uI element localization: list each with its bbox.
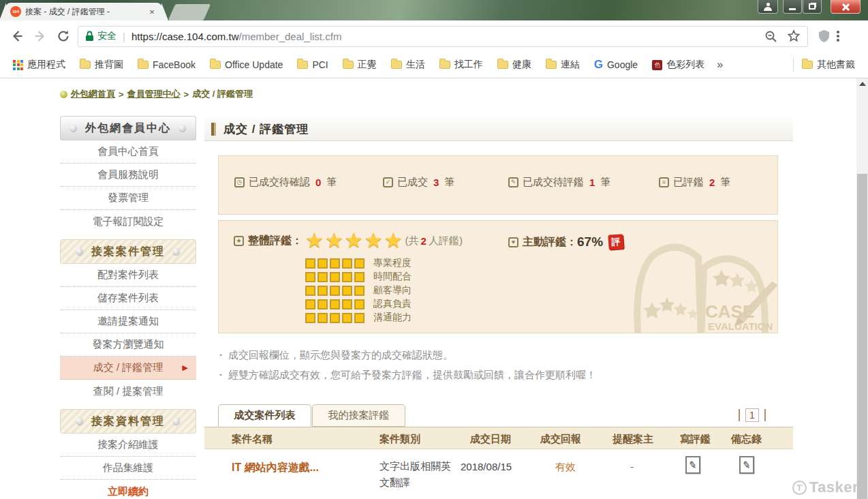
bookmark-label: 健康 [512, 59, 531, 71]
tasker-brand: Tasker [809, 479, 858, 496]
sidebar-item-label: 會員服務說明 [97, 168, 159, 181]
tab-my-evaluations[interactable]: 我的接案評鑑 [312, 404, 405, 427]
active-arrow-icon: ▶ [183, 363, 188, 372]
breadcrumb-home-link[interactable]: 外包網首頁 [71, 88, 115, 100]
sidebar-item-member-home[interactable]: 會員中心首頁 [60, 140, 196, 164]
rating-count-close: 人評鑑) [429, 235, 463, 247]
breadcrumb-member-center-link[interactable]: 會員管理中心 [127, 88, 181, 100]
overall-rating-row: ★ 整體評鑑： (共 2 人評鑑) [234, 230, 463, 251]
bookmark-folder[interactable]: 生活 [386, 57, 430, 73]
category-label: 時間配合 [373, 271, 412, 283]
sidebar-item-portfolio-maintain[interactable]: 作品集維護 [60, 457, 196, 480]
new-tab-shape[interactable] [168, 4, 211, 20]
bookmark-folder[interactable]: FaceBook [133, 57, 200, 72]
memo-button[interactable] [739, 456, 754, 474]
proactive-rating: ♥ 主動評鑑： 67% 評 [508, 235, 623, 250]
scrollbar-thumb[interactable] [857, 174, 867, 499]
bookmark-folder[interactable]: Office Update [205, 57, 288, 72]
tab-close-icon[interactable]: × [146, 6, 157, 17]
browser-tab[interactable]: 104 接案 - 成交 / 評鑑管理 - × [5, 3, 162, 20]
breadcrumb-bullet-icon [60, 91, 67, 98]
heart-box-icon: ♥ [508, 237, 518, 247]
bookmark-folder[interactable]: 連結 [541, 57, 585, 73]
rating-square-icon [305, 313, 315, 323]
apps-shortcut[interactable]: 應用程式 [8, 57, 70, 73]
sidebar-item-browse-notices[interactable]: 發案方瀏覽通知 [60, 333, 196, 357]
sidebar-item-newsletter[interactable]: 電子報訂閱設定 [60, 210, 196, 233]
sidebar-item-label: 立即續約 [108, 485, 149, 498]
rating-category-row: 專業程度 [305, 256, 412, 270]
sidebar-item-deal-evaluation[interactable]: 成交 / 評鑑管理 ▶ [60, 357, 196, 380]
page-title-bar: 成交 / 評鑑管理 [204, 117, 793, 141]
bookmark-folder[interactable]: 健康 [493, 57, 536, 73]
star-box-icon: ★ [234, 236, 244, 246]
star-icon [345, 230, 363, 251]
column-header-case-name: 案件名稱 [232, 433, 273, 446]
bookmarks-overflow-chevron[interactable]: » [714, 59, 726, 71]
bookmark-folder[interactable]: 正覺 [338, 57, 382, 73]
column-header-category: 案件類別 [379, 433, 420, 446]
sidebar-item-matched-cases[interactable]: 配對案件列表 [60, 264, 196, 287]
profile-button[interactable] [758, 0, 778, 14]
address-bar[interactable]: 安全 | https://case.104.com.tw/member_deal… [78, 26, 808, 47]
swirl-icon [173, 418, 180, 425]
case-evaluation-watermark: CASE EVALUATION [625, 237, 778, 333]
window-titlebar: 104 接案 - 成交 / 評鑑管理 - × [0, 0, 868, 20]
remind-owner-value: - [630, 461, 634, 472]
bookmark-color-list[interactable]: 色色彩列表 [647, 57, 709, 73]
other-bookmarks[interactable]: 其他書籤 [784, 56, 860, 74]
chrome-menu-icon[interactable] [837, 31, 839, 42]
column-header-memo: 備忘錄 [731, 433, 762, 446]
case-name-link[interactable]: IT 網站內容遊戲... [232, 461, 319, 475]
zoom-out-icon[interactable] [764, 30, 777, 43]
note-deal-report: 成交回報欄位，顯示您與發案方的成交確認狀態。 [219, 349, 453, 362]
evaluation-badge[interactable]: 評 [608, 234, 623, 250]
sidebar-header-label: 接案資料管理 [91, 414, 165, 429]
bookmark-folder[interactable]: PCI [292, 57, 332, 72]
bookmark-label: 生活 [406, 59, 425, 71]
tab-deal-list[interactable]: 成交案件列表 [218, 404, 311, 427]
page-scrollbar[interactable] [856, 78, 868, 499]
stat-evaluated: ≡ 已評鑑 2 筆 [659, 176, 730, 189]
svg-text:EVALUATION: EVALUATION [708, 320, 773, 332]
sidebar-item-member-service[interactable]: 會員服務說明 [60, 164, 196, 187]
table-header-row: 案件名稱 案件類別 成交日期 成交回報 提醒案主 寫評鑑 備忘錄 [204, 427, 793, 449]
back-button[interactable] [5, 25, 29, 48]
bookmark-star-icon[interactable] [787, 29, 801, 43]
write-evaluation-button[interactable] [685, 456, 700, 474]
forward-button[interactable] [29, 25, 52, 48]
shield-extension-icon[interactable] [813, 29, 834, 43]
list-tabs: 成交案件列表 我的接案評鑑 1 [218, 404, 778, 427]
sidebar-item-label: 儲存案件列表 [97, 292, 159, 305]
sidebar-item-saved-cases[interactable]: 儲存案件列表 [60, 287, 196, 310]
sidebar-item-proposal-management[interactable]: 查閱 / 提案管理 [60, 380, 196, 403]
page-number[interactable]: 1 [745, 408, 759, 422]
sidebar-item-invoice[interactable]: 發票管理 [60, 187, 196, 210]
sidebar-header-profile-management: 接案資料管理 [60, 409, 196, 434]
scrollbar-up-icon[interactable] [856, 78, 868, 89]
stat-value: 2 [709, 177, 715, 188]
case-category: 文字出版相關英文翻譯 [379, 458, 456, 491]
divider [793, 58, 794, 72]
bookmark-label: Office Update [225, 59, 283, 70]
pencil-icon: ✎ [508, 177, 518, 187]
stat-label: 已成交 [397, 176, 428, 189]
bookmark-folder[interactable]: 找工作 [435, 57, 488, 73]
bookmark-google[interactable]: GGoogle [589, 56, 642, 74]
bookmark-folder[interactable]: 推背圖 [75, 57, 128, 73]
stat-unit: 筆 [600, 176, 610, 189]
maximize-button[interactable] [803, 0, 822, 14]
sidebar-item-renew-now[interactable]: 立即續約 [60, 480, 196, 499]
column-header-deal-date: 成交日期 [470, 433, 511, 446]
close-window-button[interactable] [831, 0, 861, 14]
tasker-logo-icon: T [792, 481, 807, 495]
sidebar-item-invite-notices[interactable]: 邀請提案通知 [60, 310, 196, 333]
minimize-button[interactable] [783, 0, 802, 14]
folder-icon [80, 61, 91, 69]
breadcrumb-separator: > [119, 89, 124, 100]
sidebar-item-intro-maintain[interactable]: 接案介紹維護 [60, 434, 196, 457]
note-evaluation-tip: 經雙方確認成交有效，您可給予發案方評鑑，提供鼓勵或回饋，讓合作更順利喔！ [219, 369, 596, 382]
stat-unit: 筆 [444, 176, 454, 189]
bookmark-label: Google [607, 59, 638, 70]
reload-button[interactable] [52, 25, 75, 48]
